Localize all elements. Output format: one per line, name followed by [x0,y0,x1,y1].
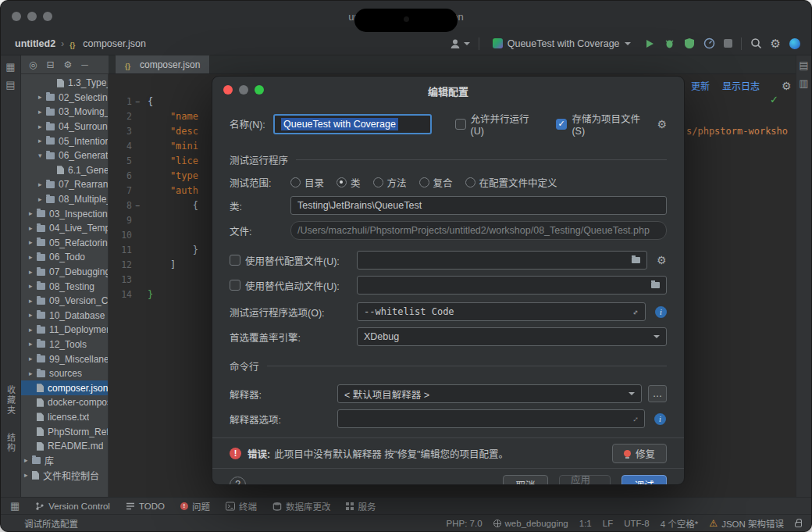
tree-item[interactable]: 05_Intention [21,134,108,148]
tab-composer-json[interactable]: composer.json [115,55,210,73]
user-account-button[interactable] [449,37,470,50]
interpreter-options-input[interactable] [337,409,645,428]
lock-icon[interactable] [795,522,802,527]
tree-item-external-libraries[interactable]: 库 [21,453,108,468]
scope-config-file-radio[interactable]: 在配置文件中定义 [465,175,557,190]
tree-item[interactable]: 10_Database [21,309,108,323]
tree-item[interactable]: 07_Rearrang [21,177,108,192]
toolwindow-todo[interactable]: TODO [126,502,165,511]
code-with-me-icon[interactable] [789,38,800,49]
database-toolwindow-icon[interactable] [799,60,808,70]
search-icon[interactable] [750,37,762,49]
run-config-selector[interactable]: QueueTest with Coverage [488,37,636,51]
update-link[interactable]: 更新 [691,79,710,92]
profiler-button[interactable] [703,37,715,49]
notifications-toolwindow-icon[interactable] [799,78,808,88]
show-log-link[interactable]: 显示日志 [722,79,760,92]
tree-item[interactable]: 07_Debugging [21,265,108,280]
settings-gear-icon[interactable] [771,37,781,51]
fold-icon[interactable] [132,198,143,213]
tree-item[interactable]: 04_Live_Templa [21,221,108,236]
indent-setting[interactable]: 4 个空格* [661,517,699,530]
help-button[interactable]: ? [230,477,246,485]
alt-config-gear-icon[interactable] [657,254,667,266]
allow-parallel-checkbox[interactable] [455,119,466,130]
toolbar-file-name[interactable]: composer.json [83,38,146,49]
debug-button[interactable]: 调试 [621,475,667,485]
tree-item[interactable]: README.md [21,439,108,454]
tree-item-scratches[interactable]: 文件和控制台 [21,468,108,483]
tree-item[interactable]: 06_Todo [21,250,108,265]
tree-item[interactable]: 99_Miscellaneo [21,352,108,366]
toolwindow-services[interactable]: 服务 [346,500,376,512]
name-input[interactable]: QueueTest with Coverage [273,114,432,134]
tree-item[interactable]: 05_Refactoring [21,236,108,251]
folder-icon[interactable] [651,282,660,288]
line-separator[interactable]: LF [603,519,613,528]
toolwindow-database-changes[interactable]: 数据库更改 [272,500,331,512]
caret-position[interactable]: 1:1 [579,519,592,528]
alt-bootstrap-input[interactable] [357,276,667,295]
tree-item[interactable]: docker-compose.y [21,395,108,410]
hide-panel-icon[interactable] [81,60,88,70]
alt-bootstrap-checkbox[interactable] [230,280,240,291]
fold-icon[interactable] [132,95,143,109]
tree-item[interactable]: PhpStorm_Referen [21,424,108,439]
tree-item[interactable]: 12_Tools [21,337,108,352]
coverage-button[interactable] [684,37,695,49]
stop-button[interactable] [724,39,732,48]
alt-config-input[interactable] [357,251,647,270]
tree-item[interactable]: 02_Selecting [21,91,108,105]
cancel-button[interactable]: 取消 [503,475,548,485]
bookmarks-toolwindow-icon[interactable] [5,80,15,90]
info-icon[interactable] [654,413,666,425]
alt-config-checkbox-group[interactable]: 使用替代配置文件(U): [230,253,357,268]
scope-directory-radio[interactable]: 目录 [290,175,324,190]
store-as-project-checkbox[interactable] [556,119,567,130]
interpreter-more-button[interactable]: … [648,385,667,402]
tree-item[interactable]: 1.3_Type_ [21,76,108,91]
toolwindow-switcher-icon[interactable] [10,501,20,511]
expand-field-icon[interactable] [634,413,639,424]
fix-button[interactable]: 修复 [612,444,667,463]
notification-settings-icon[interactable] [782,80,792,92]
tree-item[interactable]: license.txt [21,410,108,425]
allow-parallel-label[interactable]: 允许并行运行(U) [471,111,540,137]
alt-bootstrap-checkbox-group[interactable]: 使用替代启动文件(U): [230,278,357,293]
tree-item[interactable]: 08_Multiple_ [21,192,108,207]
tree-item[interactable]: 04_Surround [21,120,108,134]
scope-composite-radio[interactable]: 复合 [419,175,453,190]
tree-item[interactable]: 09_Version_Cor [21,294,108,309]
toolwindow-version-control[interactable]: Version Control [35,502,110,511]
php-version[interactable]: PHP: 7.0 [447,519,483,528]
locate-file-icon[interactable] [29,60,37,70]
class-input[interactable]: Testing\JetBrains\QueueTest [290,196,667,215]
tree-item[interactable]: 06_Generate [21,148,108,163]
store-settings-gear-icon[interactable] [657,118,667,130]
schema-error-widget[interactable]: JSON 架构错误 [709,517,784,530]
interpreter-dropdown[interactable]: < 默认项目解释器 > [337,384,642,403]
scope-class-radio[interactable]: 类 [337,175,361,190]
structure-toolwindow-button[interactable]: 结构 [5,433,17,453]
run-button[interactable] [644,38,655,49]
coverage-engine-dropdown[interactable]: XDebug [357,327,667,346]
file-encoding[interactable]: UTF-8 [624,519,650,528]
scope-method-radio[interactable]: 方法 [373,175,407,190]
runner-options-input[interactable]: --whitelist Code [357,302,646,321]
tree-item[interactable]: 11_Deployment [21,323,108,337]
project-name[interactable]: untitled2 [15,38,55,49]
store-as-project-label[interactable]: 存储为项目文件(S) [572,111,649,137]
collapse-all-icon[interactable] [46,60,54,70]
favorites-toolwindow-button[interactable]: 收藏夹 [5,385,17,416]
toolwindow-problems[interactable]: 问题 [180,500,210,512]
toolwindow-terminal[interactable]: 终端 [226,500,257,512]
tree-item[interactable]: 6.1_Gener [21,163,108,178]
tree-item-selected[interactable]: composer.json [21,380,108,395]
tree-item[interactable]: 03_Moving_ [21,105,108,120]
project-toolwindow-icon[interactable] [5,62,15,72]
apply-button[interactable]: 应用(A) [559,475,611,485]
tree-item[interactable]: sources [21,366,108,381]
tree-item[interactable]: 03_Inspections [21,206,108,221]
debug-button[interactable] [664,37,675,49]
folder-icon[interactable] [632,257,640,263]
